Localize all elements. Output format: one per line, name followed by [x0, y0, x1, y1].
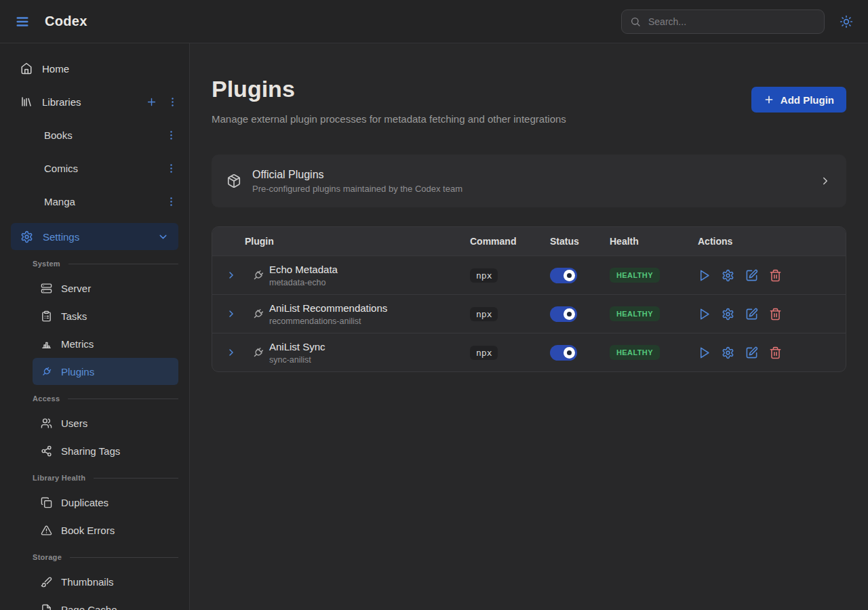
configure-plugin-button[interactable]: [722, 269, 734, 282]
share-icon: [41, 445, 52, 457]
libraries-more-icon[interactable]: [167, 96, 178, 108]
sidebar-item-home[interactable]: Home: [0, 57, 189, 80]
health-badge: HEALTHY: [610, 345, 660, 360]
expand-row-button[interactable]: [226, 308, 237, 319]
sidebar-item-settings[interactable]: Settings: [11, 223, 178, 250]
configure-plugin-button[interactable]: [722, 308, 734, 321]
search-bar[interactable]: [621, 9, 825, 34]
sidebar-item-label: Tasks: [61, 310, 87, 322]
run-plugin-button[interactable]: [698, 308, 711, 321]
page-subtitle: Manage external plugin processes for met…: [212, 113, 566, 125]
sidebar-item-sharing-tags[interactable]: Sharing Tags: [33, 437, 178, 464]
section-label-storage: Storage: [33, 553, 178, 561]
expand-row-button[interactable]: [226, 270, 237, 281]
sidebar-item-metrics[interactable]: Metrics: [33, 330, 178, 357]
table-header-row: Plugin Command Status Health Actions: [212, 227, 846, 256]
plugin-id: sync-anilist: [269, 355, 459, 365]
run-plugin-button[interactable]: [698, 346, 711, 359]
column-header-actions: Actions: [687, 236, 832, 247]
sidebar-item-duplicates[interactable]: Duplicates: [33, 489, 178, 516]
plugins-table: Plugin Command Status Health Actions Ech…: [212, 226, 846, 372]
edit-plugin-button[interactable]: [745, 346, 758, 359]
delete-plugin-button[interactable]: [769, 269, 782, 282]
plugin-command: npx: [470, 268, 498, 283]
manga-more-icon[interactable]: [165, 196, 177, 207]
official-plugins-card[interactable]: Official Plugins Pre-configured plugins …: [212, 155, 846, 207]
expand-row-button[interactable]: [226, 347, 237, 358]
library-icon: [20, 96, 33, 108]
plug-icon: [252, 346, 264, 359]
comics-more-icon[interactable]: [165, 163, 177, 174]
app-title: Codex: [45, 14, 87, 29]
table-row: AniList Recommendations recommendations-…: [212, 294, 846, 333]
edit-plugin-button[interactable]: [745, 269, 758, 282]
plugin-id: metadata-echo: [269, 278, 459, 287]
library-label: Books: [44, 129, 73, 141]
warning-triangle-icon: [41, 525, 52, 536]
sidebar-item-label: Server: [61, 283, 91, 294]
plugin-name: Echo Metadata: [269, 264, 459, 275]
sidebar-item-libraries[interactable]: Libraries: [0, 90, 189, 113]
sidebar-item-label: Thumbnails: [61, 576, 114, 588]
health-badge: HEALTHY: [610, 268, 660, 283]
plugin-enabled-toggle[interactable]: [550, 268, 577, 283]
sidebar-item-label: Home: [42, 63, 69, 75]
add-library-button[interactable]: [146, 96, 157, 108]
column-header-health: Health: [599, 236, 687, 247]
plus-icon: [764, 94, 774, 105]
bar-chart-icon: [41, 338, 52, 350]
delete-plugin-button[interactable]: [769, 346, 782, 359]
sidebar-item-label: Duplicates: [61, 497, 108, 508]
plug-icon: [41, 366, 52, 378]
sidebar-item-tasks[interactable]: Tasks: [33, 302, 178, 329]
edit-plugin-button[interactable]: [745, 308, 758, 321]
clipboard-icon: [41, 310, 52, 322]
plugin-name: AniList Recommendations: [269, 302, 459, 314]
copy-icon: [41, 497, 52, 508]
sidebar-item-server[interactable]: Server: [33, 274, 178, 302]
plugin-enabled-toggle[interactable]: [550, 306, 577, 322]
add-plugin-button[interactable]: Add Plugin: [751, 87, 846, 113]
sidebar-item-books[interactable]: Books: [0, 123, 189, 146]
pdf-file-icon: [41, 604, 52, 610]
column-header-plugin: Plugin: [226, 236, 459, 247]
sidebar-item-thumbnails[interactable]: Thumbnails: [33, 568, 178, 595]
books-more-icon[interactable]: [165, 129, 177, 141]
plugin-enabled-toggle[interactable]: [550, 345, 577, 361]
sidebar-item-label: Settings: [43, 231, 79, 243]
menu-icon[interactable]: [15, 14, 30, 29]
sidebar-item-label: Sharing Tags: [61, 445, 120, 457]
gear-icon: [20, 230, 33, 243]
search-icon: [630, 16, 641, 27]
run-plugin-button[interactable]: [698, 269, 711, 282]
delete-plugin-button[interactable]: [769, 308, 782, 321]
configure-plugin-button[interactable]: [722, 346, 734, 359]
chevron-right-icon: [819, 175, 831, 187]
app-header: Codex: [0, 0, 868, 43]
home-icon: [20, 62, 33, 75]
section-label-access: Access: [33, 394, 178, 403]
sidebar-item-label: Page Cache: [61, 604, 117, 610]
theme-toggle-sun-icon[interactable]: [840, 15, 853, 28]
page-title: Plugins: [212, 76, 566, 102]
sidebar-item-users[interactable]: Users: [33, 409, 178, 436]
official-plugins-title: Official Plugins: [252, 169, 462, 181]
server-icon: [41, 283, 52, 294]
search-input[interactable]: [647, 16, 816, 28]
sidebar-item-comics[interactable]: Comics: [0, 157, 189, 180]
sidebar: Home Libraries Books Comics Manga Settin: [0, 43, 190, 610]
plugin-command: npx: [470, 346, 498, 360]
section-label-system: System: [33, 260, 178, 268]
table-row: AniList Sync sync-anilist npx HEALTHY: [212, 333, 846, 371]
sidebar-item-label: Plugins: [61, 366, 94, 378]
sidebar-item-manga[interactable]: Manga: [0, 190, 189, 213]
sidebar-item-plugins[interactable]: Plugins: [33, 358, 178, 385]
library-label: Manga: [44, 196, 75, 207]
sidebar-item-label: Metrics: [61, 338, 94, 350]
column-header-status: Status: [539, 236, 599, 247]
sidebar-item-page-cache[interactable]: Page Cache: [33, 596, 178, 610]
package-icon: [226, 174, 241, 188]
sidebar-item-book-errors[interactable]: Book Errors: [33, 516, 178, 544]
section-label-library-health: Library Health: [33, 474, 178, 482]
column-header-command: Command: [459, 236, 539, 247]
